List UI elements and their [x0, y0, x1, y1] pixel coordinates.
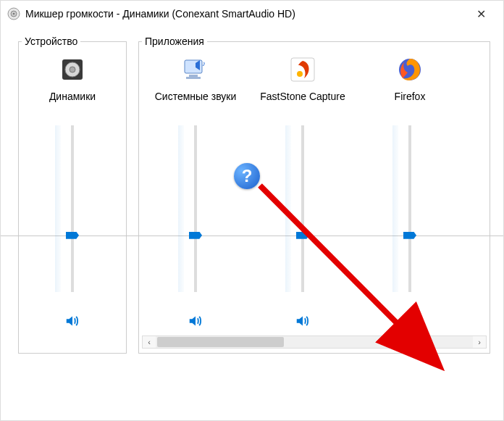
applications-section-label: Приложения — [142, 36, 207, 47]
device-label: Динамики — [49, 91, 96, 115]
app-volume-slider[interactable] — [290, 125, 316, 292]
app-volume-slider[interactable] — [182, 125, 209, 292]
device-volume-slider[interactable] — [59, 125, 85, 292]
app-label: FastStone Capture — [260, 91, 345, 115]
device-column: Динамики — [22, 50, 123, 331]
svg-point-11 — [297, 71, 303, 77]
app-label: Системные звуки — [155, 91, 237, 115]
svg-text:♪: ♪ — [202, 59, 206, 67]
device-mute-button[interactable] — [62, 311, 83, 331]
application-columns: ♪ Системные звуки FastStone Capture — [142, 50, 487, 331]
svg-rect-8 — [186, 77, 201, 79]
app-mute-button[interactable] — [185, 311, 206, 331]
applications-group: Приложения ♪ Системные звуки FastStone C… — [138, 36, 490, 354]
app-mute-button[interactable] — [293, 311, 313, 331]
close-button[interactable]: ✕ — [465, 3, 497, 25]
app-mute-button[interactable] — [400, 311, 420, 331]
scrollbar-track[interactable] — [156, 336, 473, 348]
svg-point-2 — [13, 13, 15, 15]
speaker-device-icon[interactable] — [57, 54, 88, 85]
app-volume-slider[interactable] — [397, 125, 423, 292]
svg-point-5 — [70, 67, 75, 72]
system-sounds-icon[interactable]: ♪ — [180, 54, 211, 85]
scroll-left-button[interactable]: ‹ — [143, 336, 156, 348]
device-group: Устройство Динамики — [18, 36, 127, 354]
content-area: Устройство Динамики Приложения — [1, 27, 503, 364]
scroll-right-button[interactable]: › — [473, 336, 486, 348]
device-section-label: Устройство — [22, 36, 80, 47]
scrollbar-thumb[interactable] — [157, 337, 284, 347]
app-icon — [7, 7, 21, 21]
app-column: ♪ Системные звуки — [142, 50, 249, 331]
svg-rect-7 — [189, 75, 198, 77]
app-column: FastStone Capture — [249, 50, 356, 331]
app-column: Firefox — [356, 50, 463, 331]
close-icon: ✕ — [476, 7, 486, 21]
faststone-icon[interactable] — [287, 54, 318, 85]
svg-line-14 — [411, 322, 416, 326]
app-label: Firefox — [395, 91, 426, 115]
horizontal-scrollbar[interactable]: ‹ › — [142, 335, 487, 349]
titlebar: Микшер громкости - Динамики (Conexant Sm… — [1, 1, 503, 27]
firefox-icon[interactable] — [395, 54, 425, 85]
window-title: Микшер громкости - Динамики (Conexant Sm… — [25, 8, 465, 20]
